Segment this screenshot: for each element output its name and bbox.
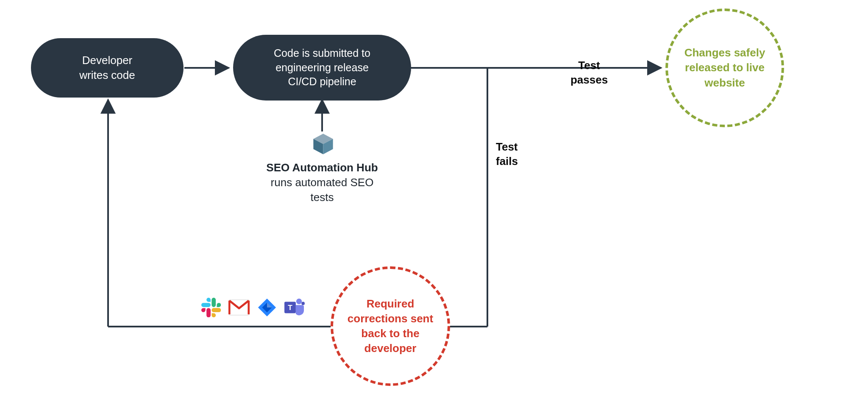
seo-hub-bold: SEO Automation Hub — [266, 161, 378, 174]
edge-label-test-passes: Test passes — [564, 59, 615, 87]
node-developer-writes-code: Developer writes code — [31, 38, 184, 98]
notification-icons: T — [201, 298, 305, 319]
node-required-corrections: Required corrections sent back to the de… — [331, 266, 450, 386]
svg-text:T: T — [288, 303, 292, 312]
node-label: Developer writes code — [79, 53, 135, 83]
slack-icon — [201, 298, 221, 319]
node-label: Required corrections sent back to the de… — [348, 296, 433, 356]
jira-icon — [257, 298, 277, 319]
node-label: Code is submitted to engineering release… — [274, 46, 370, 89]
label-seo-automation-hub: SEO Automation Hub runs automated SEO te… — [254, 160, 390, 205]
svg-point-14 — [301, 302, 305, 305]
seo-hub-rest: runs automated SEO tests — [271, 176, 374, 204]
teams-icon: T — [284, 298, 305, 319]
gmail-icon — [228, 299, 250, 317]
edge-label-test-fails: Test fails — [496, 140, 538, 169]
node-changes-released: Changes safely released to live website — [665, 8, 784, 127]
node-code-submitted-pipeline: Code is submitted to engineering release… — [233, 35, 411, 101]
cube-icon — [312, 132, 335, 157]
svg-point-13 — [296, 299, 302, 304]
node-label: Changes safely released to live website — [684, 45, 765, 90]
diagram-canvas: Developer writes code Code is submitted … — [0, 0, 868, 408]
